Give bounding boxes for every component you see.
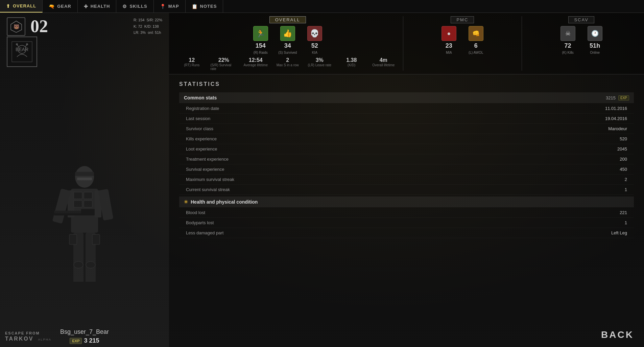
scav-kills-icon: ☠ — [560, 26, 575, 41]
tab-skills[interactable]: ⚙ SKILLS — [116, 0, 153, 13]
player-character — [0, 67, 169, 326]
raids-icon: 🏃 — [253, 26, 268, 41]
svg-rect-20 — [54, 211, 81, 213]
common-stats-label: Common stats — [184, 95, 217, 100]
common-stats-header-left: Common stats — [184, 95, 217, 100]
kd-stat: 1.38 (K/D) — [336, 57, 368, 71]
survivor-class-value: Marodeur — [608, 126, 627, 131]
max-s-stat: 2 Max S in a row — [272, 57, 304, 71]
survived-icon: 👍 — [280, 26, 295, 41]
bodyparts-lost-row: Bodyparts lost 1 — [179, 218, 634, 228]
svg-rect-9 — [77, 178, 92, 180]
svg-rect-26 — [72, 282, 85, 292]
svg-rect-15 — [74, 201, 82, 207]
svg-rect-13 — [74, 192, 82, 199]
bodyparts-lost-value: 1 — [625, 220, 627, 225]
runs-stat: 12 (RT) Runs — [176, 57, 208, 71]
loot-exp-value: 2045 — [617, 146, 627, 152]
survived-stat: 👍 34 (S) Survived — [278, 26, 298, 54]
loot-exp-row: Loot experience 2045 — [179, 144, 634, 154]
tab-skills-label: SKILLS — [129, 4, 147, 9]
survival-exp-row: Survival experience 450 — [179, 164, 634, 175]
health-section: ✳ Health and physical condition Blood lo… — [179, 196, 634, 238]
registration-date-row: Registration date 11.01.2016 — [179, 103, 634, 114]
svg-rect-16 — [84, 201, 92, 207]
mia-stat: ● 23 MIA — [439, 26, 459, 54]
awol-value: 6 — [474, 42, 478, 49]
mia-label: MIA — [446, 51, 452, 54]
tab-health[interactable]: ✚ HEALTH — [78, 0, 117, 13]
pmc-icons-row: ● 23 MIA 👊 6 (L) AWOL — [439, 26, 486, 54]
exp-badge: EXP — [70, 338, 82, 344]
tab-notes[interactable]: 📋 NOTES — [186, 0, 223, 13]
current-survival-streak-label: Current survival streak — [186, 187, 230, 192]
blood-lost-value: 221 — [620, 210, 627, 215]
survived-label: (S) Survived — [278, 51, 297, 54]
player-exp: EXP 3 215 — [70, 337, 99, 344]
registration-date-label: Registration date — [186, 106, 219, 111]
tab-gear-label: GEAR — [57, 4, 71, 9]
statistics-title: STATISTICS — [179, 81, 634, 87]
left-panel: 🐻 02 R: 154 S/R: 22% K: 72 K/D: 138 LR: … — [0, 13, 169, 347]
loot-exp-label: Loot experience — [186, 146, 217, 152]
tab-gear[interactable]: 🔫 GEAR — [43, 0, 78, 13]
map-icon: 📍 — [160, 4, 166, 9]
tab-overall-label: OVERALL — [13, 3, 36, 8]
svg-rect-14 — [84, 192, 92, 199]
last-session-value: 19.04.2016 — [605, 116, 627, 121]
max-survival-streak-row: Maximum survival streak 2 — [179, 175, 634, 185]
svg-point-5 — [16, 43, 18, 45]
scav-kills-label: (K) Kills — [562, 51, 573, 54]
scav-kills-stat: ☠ 72 (K) Kills — [558, 26, 578, 54]
common-stats-header[interactable]: Common stats 3215 EXP — [179, 92, 634, 103]
scav-icons-row: ☠ 72 (K) Kills 🕐 51h Online — [558, 26, 605, 54]
top-navigation: ⬆ OVERALL 🔫 GEAR ✚ HEALTH ⚙ SKILLS 📍 MAP… — [0, 0, 644, 13]
back-button[interactable]: BACK — [601, 329, 634, 340]
svg-rect-21 — [81, 209, 95, 212]
tab-map-label: MAP — [168, 4, 179, 9]
overall-numbers-row: 12 (RT) Runs 22% (S/R) Survival rate 12:… — [176, 57, 400, 71]
kills-exp-row: Kills experience 520 — [179, 134, 634, 144]
scav-online-value: 51h — [590, 42, 600, 49]
health-star-icon: ✳ — [184, 199, 188, 205]
awol-icon: 👊 — [469, 26, 483, 41]
health-section-header-left: ✳ Health and physical condition — [184, 199, 258, 205]
health-section-label: Health and physical condition — [191, 199, 258, 205]
last-session-label: Last session — [186, 116, 210, 121]
kia-value: 52 — [311, 42, 318, 49]
mia-value: 23 — [446, 42, 452, 49]
scav-online-label: Online — [590, 51, 600, 54]
logo-escape-from: ESCAPE FROM — [5, 331, 40, 335]
bear-emblem: BEAR — [7, 37, 37, 67]
less-damaged-row: Less damaged part Left Leg — [179, 228, 634, 238]
player-level: 02 — [30, 18, 48, 35]
pmc-group: PMC ● 23 MIA 👊 6 (L) AWOL — [407, 16, 519, 54]
overall-stats-section: OVERALL 🏃 154 (R) Raids 👍 34 (S) Survive… — [169, 16, 644, 71]
skills-icon: ⚙ — [122, 4, 127, 9]
svg-point-7 — [75, 166, 94, 188]
raids-value: 154 — [256, 42, 266, 49]
stats-bar: OVERALL 🏃 154 (R) Raids 👍 34 (S) Survive… — [169, 13, 644, 74]
svg-point-25 — [86, 261, 95, 268]
svg-text:🐻: 🐻 — [13, 24, 19, 30]
blood-lost-label: Blood lost — [186, 210, 205, 215]
overall-icon: ⬆ — [6, 3, 10, 9]
less-damaged-value: Left Leg — [611, 230, 627, 235]
health-section-header[interactable]: ✳ Health and physical condition — [179, 196, 634, 207]
scav-group: SCAV ☠ 72 (K) Kills 🕐 51h Online — [525, 16, 637, 54]
overall-lifetime-stat: 4m Overall lifetime — [367, 57, 400, 71]
kills-exp-label: Kills experience — [186, 136, 217, 141]
overall-group: OVERALL 🏃 154 (R) Raids 👍 34 (S) Survive… — [176, 16, 400, 71]
survival-exp-label: Survival experience — [186, 167, 224, 172]
max-survival-streak-label: Maximum survival streak — [186, 177, 234, 182]
exp-small-badge: EXP — [618, 95, 629, 100]
treatment-exp-label: Treatment experience — [186, 157, 229, 162]
svg-rect-28 — [69, 234, 77, 245]
tab-overall[interactable]: ⬆ OVERALL — [0, 0, 43, 13]
survival-exp-value: 450 — [620, 167, 627, 172]
scav-kills-value: 72 — [565, 42, 571, 49]
awol-label: (L) AWOL — [469, 51, 483, 54]
player-stats-mini: R: 154 S/R: 22% K: 72 K/D: 138 LR: 3% on… — [134, 17, 162, 36]
tab-map[interactable]: 📍 MAP — [154, 0, 186, 13]
notes-icon: 📋 — [192, 4, 198, 9]
